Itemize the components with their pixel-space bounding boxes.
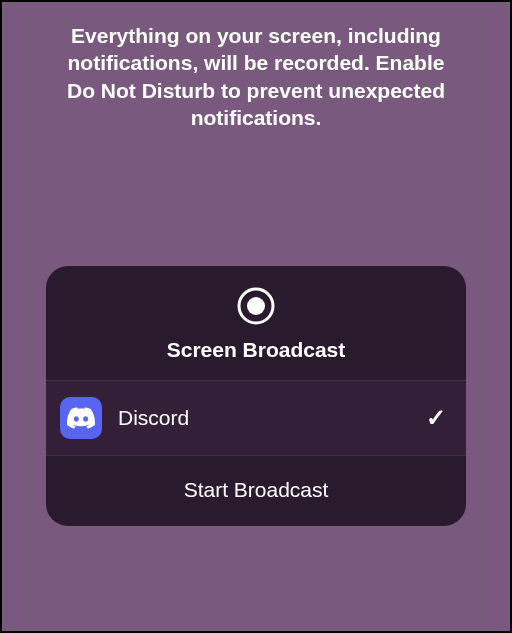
- warning-text: Everything on your screen, including not…: [26, 2, 486, 131]
- app-row-discord[interactable]: Discord ✓: [46, 380, 466, 456]
- broadcast-sheet: Screen Broadcast Discord ✓ Start Broadca…: [46, 266, 466, 526]
- sheet-title: Screen Broadcast: [167, 338, 346, 362]
- start-broadcast-button[interactable]: Start Broadcast: [46, 456, 466, 526]
- svg-point-1: [247, 297, 265, 315]
- discord-icon: [60, 397, 102, 439]
- checkmark-icon: ✓: [426, 404, 446, 432]
- record-icon: [236, 286, 276, 326]
- app-label: Discord: [118, 406, 426, 430]
- sheet-header: Screen Broadcast: [46, 266, 466, 380]
